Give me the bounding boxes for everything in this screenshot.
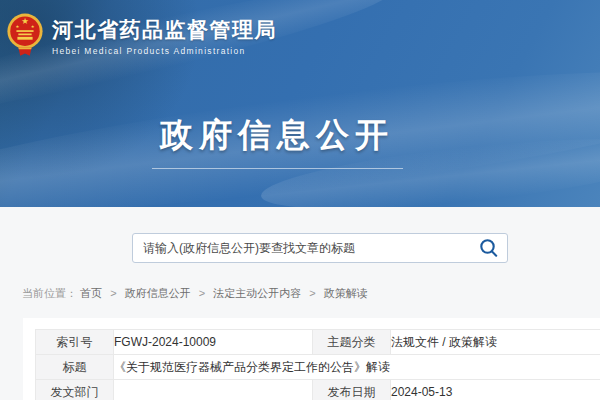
svg-text:★: ★	[21, 17, 29, 27]
search-icon	[478, 237, 500, 259]
breadcrumb-separator: >	[199, 287, 205, 299]
breadcrumb-prefix: 当前位置：	[22, 287, 77, 299]
title-label: 标题	[36, 355, 114, 380]
issuing-department-label: 发文部门	[36, 380, 114, 400]
index-number-label: 索引号	[36, 330, 114, 355]
breadcrumb-item-statutory-disclosure[interactable]: 法定主动公开内容	[213, 287, 301, 299]
issuing-department-value	[114, 380, 313, 400]
breadcrumb-item-policy-interpretation[interactable]: 政策解读	[324, 287, 368, 299]
index-number-value: FGWJ-2024-10009	[114, 330, 313, 355]
table-row: 发文部门 发布日期 2024-05-13	[36, 380, 600, 400]
table-row: 索引号 FGWJ-2024-10009 主题分类 法规文件 / 政策解读	[36, 330, 600, 355]
publish-date-label: 发布日期	[313, 380, 391, 400]
page: ★ ★ ★ 河北省药品监督管理局 Hebei Medical Products …	[0, 0, 600, 400]
search-box	[132, 233, 508, 263]
topic-category-label: 主题分类	[313, 330, 391, 355]
site-title: 河北省药品监督管理局	[52, 18, 277, 41]
table-row: 标题 《关于规范医疗器械产品分类界定工作的公告》解读	[36, 355, 600, 380]
document-card: 索引号 FGWJ-2024-10009 主题分类 法规文件 / 政策解读 标题 …	[23, 318, 600, 400]
search-input[interactable]	[132, 233, 508, 263]
breadcrumb-item-home[interactable]: 首页	[80, 287, 102, 299]
document-metadata-table: 索引号 FGWJ-2024-10009 主题分类 法规文件 / 政策解读 标题 …	[35, 329, 600, 400]
topic-category-value: 法规文件 / 政策解读	[391, 330, 600, 355]
publish-date-value: 2024-05-13	[391, 380, 600, 400]
breadcrumb-separator: >	[309, 287, 315, 299]
site-subtitle: Hebei Medical Products Administration	[52, 46, 277, 56]
svg-text:★: ★	[31, 24, 35, 29]
page-title: 政府信息公开	[160, 113, 394, 158]
page-title-underline	[152, 168, 403, 169]
site-title-block: 河北省药品监督管理局 Hebei Medical Products Admini…	[52, 10, 277, 56]
breadcrumb: 当前位置： 首页 > 政府信息公开 > 法定主动公开内容 > 政策解读	[22, 286, 368, 301]
site-banner: ★ ★ ★ 河北省药品监督管理局 Hebei Medical Products …	[0, 0, 600, 207]
site-logo[interactable]: ★ ★ ★ 河北省药品监督管理局 Hebei Medical Products …	[6, 10, 277, 58]
title-value: 《关于规范医疗器械产品分类界定工作的公告》解读	[114, 355, 600, 380]
breadcrumb-item-gov-info[interactable]: 政府信息公开	[125, 287, 191, 299]
national-emblem-icon: ★ ★ ★	[6, 10, 44, 58]
breadcrumb-separator: >	[110, 287, 116, 299]
search-button[interactable]	[478, 237, 500, 259]
svg-text:★: ★	[15, 24, 19, 29]
